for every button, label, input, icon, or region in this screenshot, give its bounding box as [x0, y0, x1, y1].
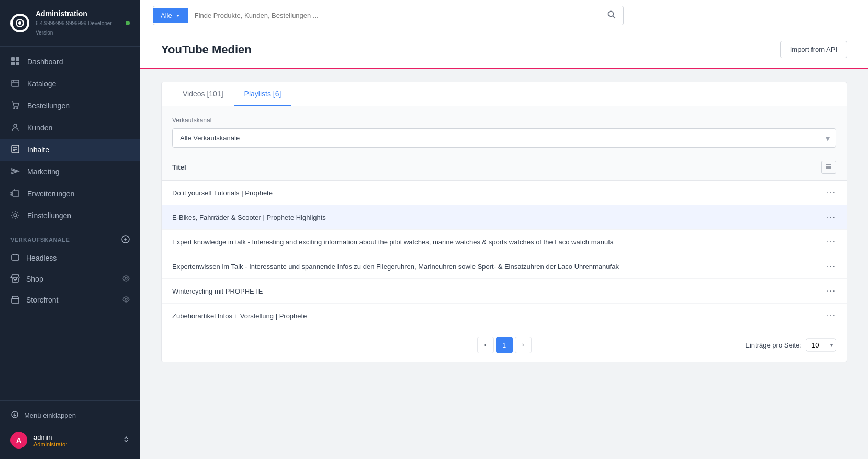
- storefront-icon: [10, 295, 21, 305]
- row-title: Wintercycling mit PROPHETE: [172, 287, 815, 295]
- row-actions: ···: [815, 311, 836, 320]
- pagination: ‹ 1 › Einträge pro Seite: 102550100 ▾: [162, 328, 847, 362]
- app-logo: [10, 14, 29, 32]
- marketing-icon: [10, 166, 21, 177]
- table-header: Titel: [162, 154, 847, 181]
- search-icon: [607, 10, 616, 19]
- user-name: admin: [33, 433, 116, 441]
- row-more-button[interactable]: ···: [826, 237, 836, 247]
- storefront-visibility-icon[interactable]: [122, 296, 130, 305]
- logo-mark: [13, 16, 27, 30]
- collapse-menu-button[interactable]: Menü einklappen: [0, 405, 140, 426]
- sidebar-item-einstellungen[interactable]: Einstellungen: [0, 205, 140, 227]
- per-page-select[interactable]: 102550100: [806, 339, 836, 352]
- search-filter-button[interactable]: Alle: [153, 8, 188, 23]
- table-row: Zubehörartikel Infos + Vorstellung | Pro…: [162, 304, 847, 328]
- svg-rect-4: [11, 62, 15, 65]
- row-more-button[interactable]: ···: [826, 286, 836, 296]
- svg-point-11: [14, 124, 17, 127]
- sidebar-item-headless[interactable]: Headless: [0, 248, 140, 268]
- shop-visibility-icon[interactable]: [122, 275, 130, 284]
- user-role: Administrator: [33, 441, 116, 447]
- sidebar-header: Administration 6.4.9999999.9999999 Devel…: [0, 0, 140, 47]
- channel-label-headless: Headless: [26, 254, 57, 262]
- svg-point-1: [18, 21, 21, 25]
- pagination-next-button[interactable]: ›: [515, 337, 532, 353]
- pagination-prev-button[interactable]: ‹: [477, 337, 494, 353]
- row-more-button[interactable]: ···: [826, 262, 836, 271]
- sidebar-item-label: Dashboard: [27, 58, 63, 66]
- customers-icon: [10, 122, 21, 133]
- sidebar-item-kataloge[interactable]: Kataloge: [0, 73, 140, 95]
- filter-label: Verkaufskanal: [172, 117, 836, 124]
- app-title: Administration: [36, 9, 119, 18]
- sidebar-item-shop[interactable]: Shop: [0, 268, 140, 289]
- user-menu-chevron-icon: [122, 435, 130, 445]
- tab-playlists[interactable]: Playlists [6]: [234, 82, 292, 106]
- sidebar: Administration 6.4.9999999.9999999 Devel…: [0, 0, 140, 459]
- row-title: Expertenwissen im Talk - Interessante un…: [172, 263, 815, 271]
- sidebar-item-inhalte[interactable]: Inhalte: [0, 139, 140, 161]
- svg-line-27: [613, 16, 616, 19]
- row-title: Do it yourself Tutorials | Prophete: [172, 189, 815, 197]
- filter-select-wrapper: Alle Verkaufskanäle ▾: [172, 128, 836, 148]
- svg-rect-3: [16, 57, 19, 61]
- tab-bar: Videos [101] Playlists [6]: [162, 82, 847, 106]
- verkaufskanaele-section: Verkaufskanäle: [0, 227, 140, 248]
- main-content: Alle YouTube Medien Import from API Vide…: [140, 0, 868, 459]
- topbar: Alle: [140, 0, 868, 31]
- row-title: Expert knowledge in talk - Interesting a…: [172, 238, 815, 246]
- avatar-letter: A: [16, 436, 21, 444]
- columns-icon: [825, 163, 832, 170]
- youtube-media-card: Videos [101] Playlists [6] Verkaufskanal…: [161, 82, 847, 362]
- sidebar-item-marketing[interactable]: Marketing: [0, 161, 140, 183]
- sidebar-footer: Menü einklappen A admin Administrator: [0, 400, 140, 459]
- table-row: Do it yourself Tutorials | Prophete ···: [162, 181, 847, 205]
- row-more-button[interactable]: ···: [826, 212, 836, 222]
- search-filter-label: Alle: [161, 12, 172, 19]
- sidebar-item-label: Kunden: [27, 124, 52, 132]
- svg-rect-5: [16, 62, 19, 65]
- sidebar-nav: Dashboard Kataloge Bestellungen Kunden: [0, 47, 140, 315]
- add-channel-button[interactable]: [121, 235, 130, 244]
- tab-videos[interactable]: Videos [101]: [172, 82, 234, 106]
- page-title: YouTube Medien: [161, 43, 252, 57]
- table-row: E-Bikes, Fahrräder & Scooter | Prophete …: [162, 205, 847, 230]
- chevron-right-icon: ›: [522, 341, 524, 349]
- search-submit-button[interactable]: [600, 6, 623, 25]
- sidebar-item-dashboard[interactable]: Dashboard: [0, 51, 140, 73]
- svg-marker-16: [12, 169, 19, 174]
- collapse-label: Menü einklappen: [24, 411, 76, 419]
- svg-point-26: [608, 12, 614, 17]
- table-row: Expertenwissen im Talk - Interessante un…: [162, 254, 847, 279]
- search-input[interactable]: [188, 7, 600, 24]
- content-icon: [10, 144, 21, 155]
- svg-rect-19: [12, 255, 19, 260]
- column-settings-button[interactable]: [821, 161, 836, 174]
- user-menu[interactable]: A admin Administrator: [0, 426, 140, 455]
- sidebar-item-kunden[interactable]: Kunden: [0, 117, 140, 139]
- verkaufskanal-select[interactable]: Alle Verkaufskanäle: [172, 128, 836, 148]
- row-more-button[interactable]: ···: [826, 188, 836, 197]
- import-from-api-button[interactable]: Import from API: [780, 41, 847, 58]
- table-row: Expert knowledge in talk - Interesting a…: [162, 230, 847, 254]
- svg-point-21: [125, 277, 127, 279]
- svg-point-17: [14, 214, 17, 217]
- verkaufskanaele-label: Verkaufskanäle: [10, 237, 70, 243]
- search-wrapper: Alle: [153, 6, 624, 25]
- pagination-page-1-button[interactable]: 1: [496, 337, 513, 353]
- sidebar-item-storefront[interactable]: Storefront: [0, 289, 140, 310]
- sidebar-item-label: Marketing: [27, 167, 59, 176]
- filter-section: Verkaufskanal Alle Verkaufskanäle ▾: [162, 106, 847, 154]
- sidebar-item-bestellungen[interactable]: Bestellungen: [0, 95, 140, 117]
- row-actions: ···: [815, 262, 836, 271]
- catalog-icon: [10, 79, 21, 89]
- sidebar-item-erweiterungen[interactable]: Erweiterungen: [0, 183, 140, 205]
- status-dot: [126, 21, 130, 25]
- per-page-select-wrapper: 102550100 ▾: [806, 339, 836, 352]
- sidebar-item-label: Kataloge: [27, 80, 56, 88]
- svg-point-9: [14, 108, 15, 109]
- row-more-button[interactable]: ···: [826, 311, 836, 320]
- avatar: A: [10, 432, 27, 449]
- extensions-icon: [10, 188, 21, 199]
